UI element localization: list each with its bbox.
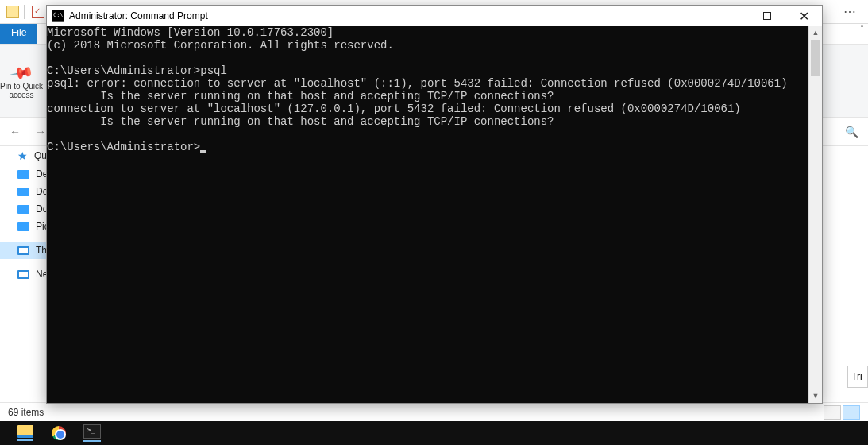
cmd-console-output[interactable]: Microsoft Windows [Version 10.0.17763.23…: [47, 26, 808, 403]
scroll-down-button[interactable]: ▼: [809, 389, 822, 403]
cursor: [200, 150, 206, 153]
status-item-count: 69 items: [8, 407, 44, 418]
trial-badge[interactable]: Tri: [847, 366, 868, 388]
folder-icon: [17, 170, 29, 179]
explorer-overflow-button[interactable]: ⋯: [831, 0, 868, 24]
folder-icon: [17, 188, 29, 196]
cmd-scrollbar[interactable]: ▲ ▼: [808, 26, 822, 403]
chevron-up-icon[interactable]: ˄: [855, 24, 868, 37]
explorer-icon: [17, 425, 33, 438]
nav-back-button[interactable]: ←: [5, 122, 25, 142]
pin-to-quick-access-button[interactable]: 📌 Pin to Quick access: [0, 63, 43, 99]
taskbar-command-prompt[interactable]: [81, 424, 103, 443]
cmd-titlebar[interactable]: Administrator: Command Prompt — ✕: [47, 6, 822, 26]
taskbar-file-explorer[interactable]: [14, 424, 37, 443]
icons-view-button[interactable]: [843, 405, 860, 420]
separator: [24, 5, 25, 19]
chrome-icon: [52, 426, 66, 440]
cmd-window-title: Administrator: Command Prompt: [69, 10, 208, 21]
explorer-statusbar: 69 items: [0, 402, 868, 421]
cmd-icon: [83, 424, 101, 439]
cmd-icon: [52, 10, 64, 22]
close-button[interactable]: ✕: [785, 6, 822, 26]
scroll-up-button[interactable]: ▲: [809, 26, 822, 40]
monitor-icon: [17, 246, 29, 255]
star-icon: ★: [17, 149, 28, 162]
maximize-button[interactable]: [749, 6, 785, 26]
qat-properties-icon[interactable]: [32, 6, 44, 18]
file-tab[interactable]: File: [0, 24, 37, 44]
network-icon: [17, 270, 29, 279]
taskbar[interactable]: [0, 421, 868, 445]
search-icon[interactable]: 🔍: [845, 126, 863, 138]
scroll-thumb[interactable]: [811, 40, 820, 76]
scroll-track[interactable]: [809, 76, 822, 389]
command-prompt-window: Administrator: Command Prompt — ✕ Micros…: [46, 5, 823, 404]
folder-icon: [17, 205, 29, 214]
folder-icon: [6, 6, 19, 18]
details-view-button[interactable]: [824, 405, 841, 420]
minimize-button[interactable]: —: [712, 6, 749, 26]
taskbar-chrome[interactable]: [48, 424, 70, 443]
folder-icon: [17, 222, 29, 231]
